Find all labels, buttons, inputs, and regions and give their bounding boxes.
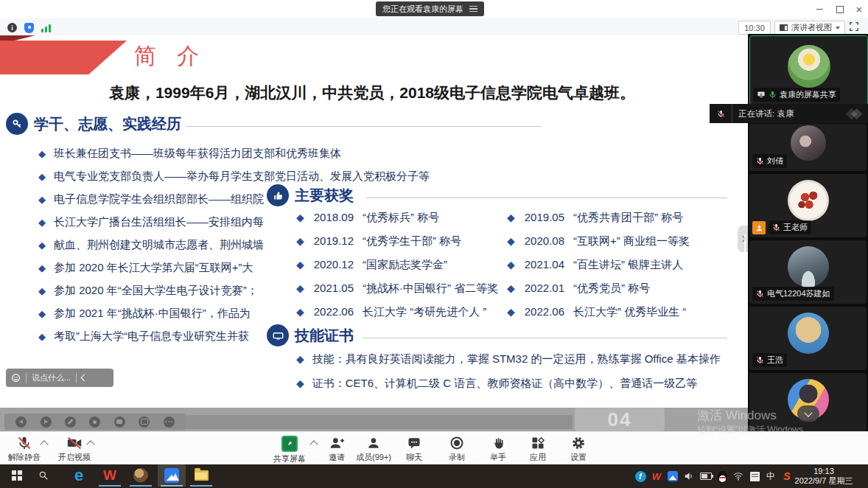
experience-item: 电气专业党支部负责人——举办每月学生支部党日活动、发展入党积极分子等: [38, 170, 430, 184]
skills-rule: [363, 338, 727, 338]
experience-item: 参加 2021 年“挑战杯·中国银行”，作品为: [38, 307, 251, 321]
slide-headline: 袁康，1999年6月，湖北汉川，中共党员，2018级电子信息学院电气卓越班。: [11, 83, 733, 103]
record-icon: [449, 436, 464, 450]
mic-on-icon: [769, 91, 777, 99]
minimize-button[interactable]: [811, 3, 828, 15]
start-button[interactable]: [4, 464, 29, 487]
edge-browser-icon[interactable]: e: [66, 464, 91, 487]
collapse-chat-icon[interactable]: [81, 374, 88, 382]
windows-activation-watermark: 激活 Windows: [697, 407, 777, 424]
tray-flash-icon[interactable]: f: [632, 464, 648, 488]
apps-button[interactable]: 应用: [515, 436, 561, 463]
open-app-indicator: [161, 485, 183, 487]
annotation-menu-icon[interactable]: [469, 6, 477, 13]
chat-icon: [407, 436, 421, 450]
members-button[interactable]: 成员(99+): [351, 436, 396, 463]
award-item: 2019.05“优秀共青团干部” 称号: [507, 211, 683, 225]
slide-title: 简 介: [134, 41, 206, 72]
gear-icon: [571, 436, 586, 450]
award-item: 2021.04“百生讲坛” 银牌主讲人: [507, 258, 683, 272]
experience-item: 班长兼任团支书——班级每年获得活力团支部和优秀班集体: [38, 147, 341, 161]
meeting-app-icon[interactable]: [159, 464, 184, 487]
sidebar-scrollbar[interactable]: [744, 234, 746, 255]
skill-item: 技能：具有良好英语阅读能力，掌握 STM32 的一定运用，熟练掌握 Office…: [296, 352, 721, 366]
award-item: 2021.05“挑战杯·中国银行” 省二等奖: [296, 282, 498, 296]
minimize-icon: [816, 9, 823, 10]
invite-icon: [329, 436, 345, 450]
settings-button[interactable]: 设置: [556, 436, 601, 463]
host-badge-icon: [752, 221, 766, 234]
meeting-logo-icon: [847, 110, 861, 118]
video-tile[interactable]: 刘倩: [749, 124, 867, 171]
video-tile-sharing[interactable]: 袁康的屏幕共享: [749, 35, 868, 105]
divider: [76, 373, 77, 383]
volume-icon[interactable]: [681, 464, 697, 488]
restore-button[interactable]: [831, 3, 849, 15]
presenter-toolbar: [4, 414, 186, 430]
skill-item: 证书：CET6、计算机二级 C 语言、教师资格证（高中数学）、普通话一级乙等: [296, 377, 697, 391]
quick-chat-input[interactable]: 说点什么...: [6, 369, 113, 387]
experience-item: 电子信息学院学生会组织部部长——组织院: [38, 192, 264, 206]
chevron-down-icon: [804, 408, 812, 416]
raise-hand-icon: [491, 436, 505, 450]
search-button[interactable]: [32, 464, 55, 487]
sidebar-collapse-handle[interactable]: [738, 226, 748, 252]
clock-time: 19:13: [784, 467, 864, 476]
award-item: 2020.12“国家励志奖学金”: [296, 258, 447, 272]
folder-icon: [195, 470, 209, 481]
slide-footer-bar: [186, 415, 573, 429]
taskbar-clock[interactable]: 19:13 2022/9/7 星期三: [784, 467, 864, 486]
share-screen-button[interactable]: 共享屏幕: [267, 436, 312, 464]
emoji-icon[interactable]: [11, 373, 21, 383]
experience-item: 献血、荆州创建文明城市志愿者、荆州城墙: [38, 238, 264, 252]
video-tile[interactable]: 王浩: [749, 307, 867, 370]
search-icon: [38, 470, 49, 481]
avatar: [788, 313, 829, 354]
input-method-indicator[interactable]: 中: [763, 464, 779, 488]
close-button[interactable]: ×: [850, 3, 868, 15]
browser-avatar-app-icon[interactable]: [128, 464, 153, 487]
network-icon[interactable]: [730, 464, 746, 488]
battery-icon[interactable]: [698, 464, 714, 488]
windows-taskbar: e W f W 中 S 19:13 2022/9/7 星期三: [0, 464, 868, 488]
divider: [26, 373, 27, 383]
experience-item: 参加 2020 年长江大学第六届“互联网+”大: [38, 261, 253, 275]
thumbs-up-icon: [267, 184, 289, 206]
award-item: 2022.01“优秀党员” 称号: [507, 282, 650, 296]
layout-icon: [780, 24, 788, 31]
view-mode-dropdown[interactable]: 演讲者视图: [774, 21, 845, 35]
award-item: 2018.09“优秀标兵” 称号: [296, 211, 439, 225]
share-screen-icon: [281, 436, 298, 452]
apps-icon: [531, 436, 545, 450]
mic-muted-icon: [772, 223, 780, 231]
video-tile[interactable]: 电气12204苏建如: [749, 240, 867, 304]
meeting-duration-badge: 10:30: [738, 21, 771, 35]
avatar: [133, 468, 148, 483]
open-app-indicator: [130, 485, 152, 487]
unmute-button[interactable]: 解除静音: [1, 436, 47, 463]
notes-tray-icon[interactable]: [746, 464, 763, 488]
tray-wps-icon[interactable]: W: [648, 464, 665, 488]
record-button[interactable]: 录制: [434, 436, 480, 463]
camera-icon: [114, 416, 125, 428]
raise-hand-button[interactable]: 举手: [475, 436, 521, 463]
participant-label: 刘倩: [752, 154, 787, 168]
video-tile[interactable]: 王老师: [749, 174, 867, 237]
view-mode-label: 演讲者视图: [791, 22, 832, 33]
title-ribbon: [0, 41, 127, 74]
meeting-info-icon[interactable]: i: [7, 23, 17, 32]
award-item: 2022.06长江大学 “考研先进个人 ”: [296, 305, 486, 319]
network-signal-icon[interactable]: [41, 23, 53, 32]
more-participants-button[interactable]: [797, 405, 819, 422]
file-explorer-icon[interactable]: [189, 464, 214, 487]
fullscreen-button[interactable]: [849, 21, 859, 32]
security-shield-icon[interactable]: [24, 23, 34, 33]
award-item: 2022.06长江大学” 优秀毕业生 “: [507, 305, 686, 319]
wps-app-icon[interactable]: W: [97, 464, 122, 487]
chat-button[interactable]: 聊天: [391, 436, 437, 463]
award-item: 2020.08“互联网+” 商业组一等奖: [507, 234, 690, 248]
tray-meeting-icon[interactable]: [665, 464, 681, 488]
prev-slide-icon: [15, 416, 27, 428]
qq-icon[interactable]: [714, 464, 730, 488]
shared-screen-slide: 简 介 袁康，1999年6月，湖北汉川，中共党员，2018级电子信息学院电气卓越…: [0, 35, 748, 408]
